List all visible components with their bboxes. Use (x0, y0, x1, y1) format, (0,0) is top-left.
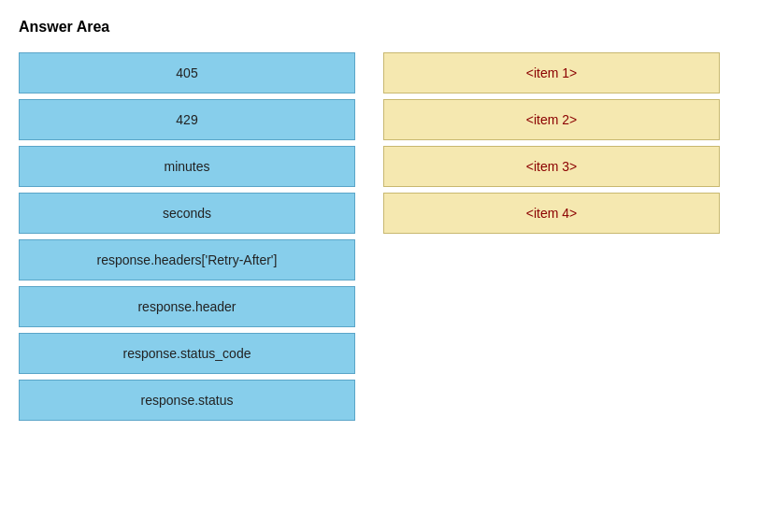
left-item-retry-after[interactable]: response.headers['Retry-After'] (19, 239, 355, 280)
left-item-status[interactable]: response.status (19, 380, 355, 421)
left-item-405[interactable]: 405 (19, 52, 355, 93)
left-item-seconds[interactable]: seconds (19, 193, 355, 234)
page-title: Answer Area (19, 19, 755, 36)
left-item-minutes[interactable]: minutes (19, 146, 355, 187)
left-column: 405429minutessecondsresponse.headers['Re… (19, 52, 355, 421)
answer-area: 405429minutessecondsresponse.headers['Re… (19, 52, 755, 421)
left-item-response-header[interactable]: response.header (19, 286, 355, 327)
left-item-429[interactable]: 429 (19, 99, 355, 140)
right-slot-1[interactable]: <item 1> (383, 52, 720, 93)
left-item-status-code[interactable]: response.status_code (19, 333, 355, 374)
right-slot-3[interactable]: <item 3> (383, 146, 720, 187)
right-column: <item 1><item 2><item 3><item 4> (383, 52, 720, 234)
right-slot-2[interactable]: <item 2> (383, 99, 720, 140)
right-slot-4[interactable]: <item 4> (383, 193, 720, 234)
